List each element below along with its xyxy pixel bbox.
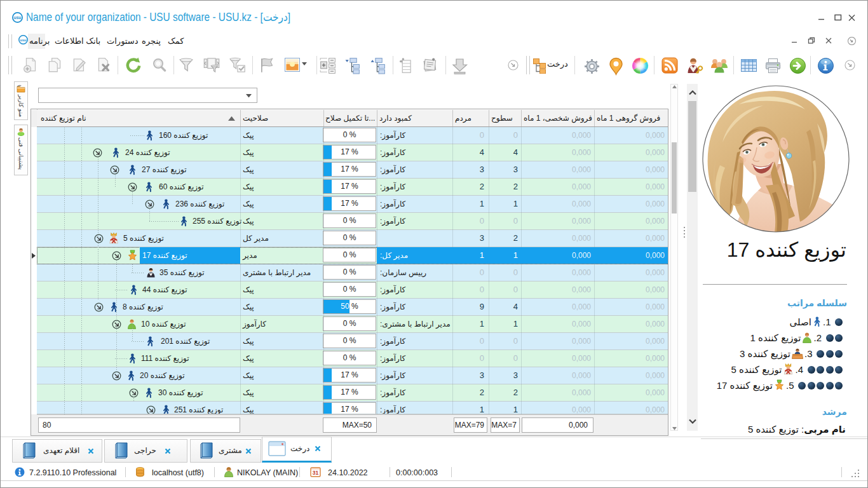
svg-text:usu: usu bbox=[20, 38, 27, 42]
svg-text:31: 31 bbox=[313, 470, 319, 476]
svg-text:usu: usu bbox=[14, 15, 22, 20]
